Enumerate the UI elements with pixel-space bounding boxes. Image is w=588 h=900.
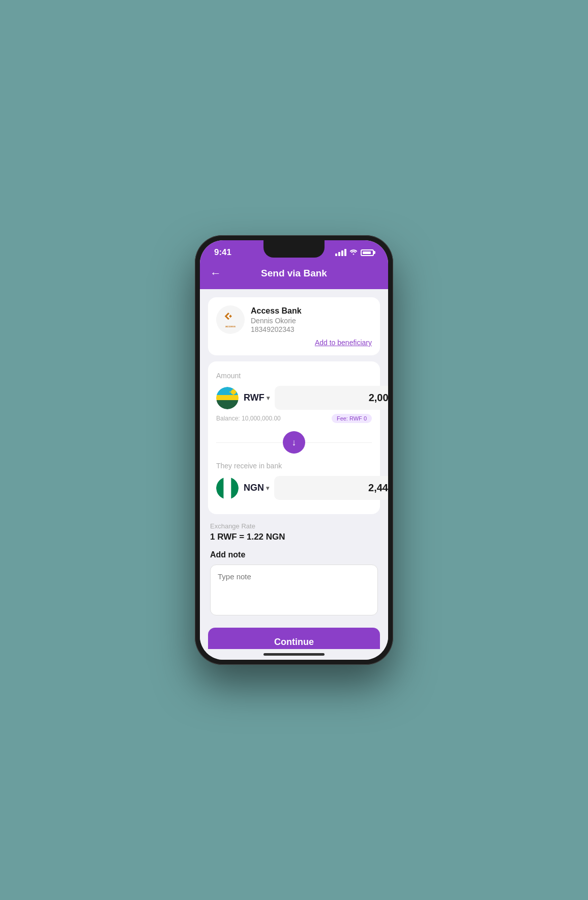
battery-icon xyxy=(361,249,374,256)
account-number: 18349202343 xyxy=(251,325,372,333)
amount-label: Amount xyxy=(216,372,372,380)
bank-logo: access xyxy=(216,305,245,334)
continue-button[interactable]: Continue xyxy=(208,628,380,649)
to-currency-label[interactable]: NGN ▾ xyxy=(244,483,269,493)
svg-rect-5 xyxy=(216,395,239,400)
exchange-section: Exchange Rate 1 RWF = 1.22 NGN xyxy=(208,520,380,548)
from-currency-dropdown[interactable]: ▾ xyxy=(267,395,270,402)
svg-rect-14 xyxy=(224,477,231,499)
svg-point-7 xyxy=(231,389,236,395)
back-button[interactable]: ← xyxy=(210,267,221,280)
status-time: 9:41 xyxy=(214,247,231,258)
phone-screen: 9:41 xyxy=(200,240,388,660)
signal-icon xyxy=(335,249,346,256)
receive-label: They receive in bank xyxy=(216,462,372,470)
fee-badge: Fee: RWF 0 xyxy=(332,414,372,423)
ngn-flag-circle xyxy=(216,477,239,499)
balance-text: Balance: 10,000,000.00 xyxy=(216,415,281,422)
status-icons xyxy=(335,248,374,257)
app-header: ← Send via Bank xyxy=(200,262,388,289)
swap-button[interactable]: ↓ xyxy=(283,431,305,454)
home-bar xyxy=(263,653,325,656)
svg-rect-15 xyxy=(231,477,239,499)
phone-shell: 9:41 xyxy=(195,235,393,665)
add-beneficiary-section: Add to beneficiary xyxy=(216,338,372,347)
to-amount-input[interactable] xyxy=(274,476,388,500)
access-bank-logo xyxy=(224,312,237,324)
amount-card: Amount xyxy=(208,361,380,514)
bank-info-card: access Access Bank Dennis Okorie 1834920… xyxy=(208,297,380,355)
notch xyxy=(263,240,325,258)
balance-row: Balance: 10,000,000.00 Fee: RWF 0 xyxy=(216,414,372,423)
bank-name: Access Bank xyxy=(251,306,372,316)
swap-divider: ↓ xyxy=(216,431,372,454)
svg-rect-6 xyxy=(216,400,239,409)
account-name: Dennis Okorie xyxy=(251,317,372,325)
main-content: access Access Bank Dennis Okorie 1834920… xyxy=(200,289,388,649)
from-currency-row: RWF ▾ xyxy=(216,386,372,410)
to-currency-dropdown[interactable]: ▾ xyxy=(266,485,269,492)
to-currency-row: NGN ▾ xyxy=(216,476,372,500)
bank-info: access Access Bank Dennis Okorie 1834920… xyxy=(216,305,372,334)
page-title: Send via Bank xyxy=(261,268,327,279)
exchange-value: 1 RWF = 1.22 NGN xyxy=(210,532,378,542)
bank-details: Access Bank Dennis Okorie 18349202343 xyxy=(251,306,372,333)
note-section: Add note xyxy=(208,548,380,620)
note-label: Add note xyxy=(210,550,378,559)
from-currency-label[interactable]: RWF ▾ xyxy=(244,392,270,403)
wifi-icon xyxy=(349,248,358,257)
from-amount-input[interactable] xyxy=(275,386,388,410)
add-beneficiary-link[interactable]: Add to beneficiary xyxy=(315,339,372,347)
svg-rect-13 xyxy=(216,477,224,499)
rwf-flag-circle xyxy=(216,387,239,409)
home-indicator xyxy=(200,649,388,660)
exchange-label: Exchange Rate xyxy=(210,522,378,530)
note-input[interactable] xyxy=(210,565,378,615)
